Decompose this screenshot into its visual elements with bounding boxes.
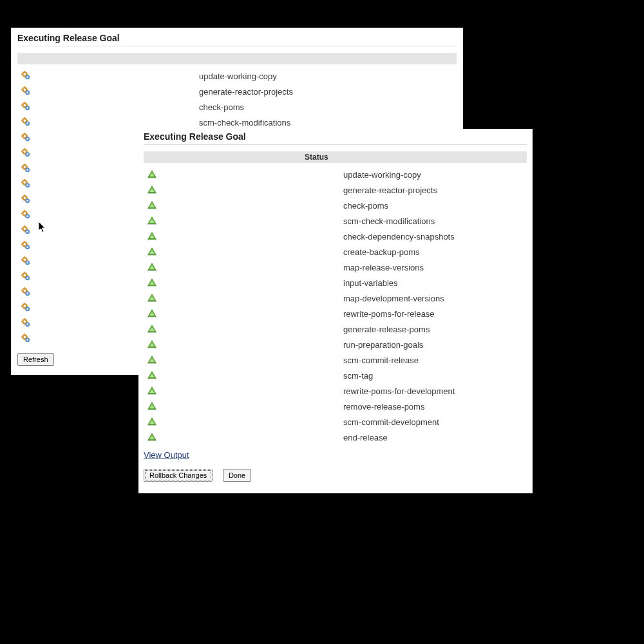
success-icon: [147, 325, 156, 332]
gear-icon: [21, 71, 30, 80]
svg-rect-98: [24, 261, 25, 263]
refresh-button[interactable]: Refresh: [17, 353, 54, 366]
table-row: update-working-copy: [17, 68, 457, 84]
phase-name: check-poms: [199, 102, 244, 112]
svg-rect-68: [26, 197, 28, 198]
success-icon: [147, 185, 156, 193]
svg-rect-122: [24, 307, 25, 309]
success-icon: [147, 216, 156, 224]
phase-name: map-release-versions: [343, 263, 424, 272]
svg-rect-1: [24, 71, 25, 73]
svg-rect-123: [21, 305, 23, 307]
table-row: scm-tag: [144, 368, 527, 383]
phase-name: rewrite-poms-for-development: [343, 386, 455, 396]
gear-icon: [21, 241, 30, 250]
svg-point-61: [24, 181, 26, 184]
done-button[interactable]: Done: [223, 469, 251, 482]
svg-point-109: [24, 274, 26, 276]
svg-rect-49: [24, 164, 25, 166]
svg-point-143: [26, 339, 28, 341]
svg-point-79: [26, 215, 28, 217]
svg-rect-81: [24, 225, 25, 227]
svg-rect-3: [21, 73, 23, 75]
svg-point-141: [24, 336, 26, 338]
svg-rect-59: [21, 182, 23, 183]
svg-rect-92: [26, 243, 28, 245]
success-icon: [147, 263, 156, 270]
svg-rect-129: [24, 318, 25, 320]
phase-name: generate-release-poms: [343, 325, 430, 334]
phase-name: end-release: [343, 433, 388, 442]
svg-rect-90: [24, 245, 25, 247]
phase-name: scm-commit-development: [343, 417, 439, 427]
svg-point-63: [26, 184, 28, 186]
svg-rect-60: [26, 182, 28, 183]
svg-point-13: [24, 88, 26, 91]
phase-name: generate-reactor-projects: [199, 87, 293, 97]
svg-point-77: [24, 212, 26, 214]
phase-name: map-development-versions: [343, 294, 444, 303]
success-icon: [147, 294, 156, 301]
table-row: create-backup-poms: [144, 244, 527, 260]
table-row: run-preparation-goals: [144, 337, 527, 352]
svg-rect-113: [24, 287, 25, 289]
svg-point-15: [26, 91, 28, 93]
table-row: map-development-versions: [144, 290, 527, 306]
svg-point-45: [24, 150, 26, 153]
table-row: scm-commit-development: [144, 414, 527, 430]
table-header: [17, 53, 457, 64]
svg-rect-41: [24, 148, 25, 150]
svg-point-5: [24, 73, 26, 75]
svg-point-37: [24, 135, 26, 137]
svg-rect-137: [24, 334, 25, 336]
svg-rect-19: [21, 104, 23, 106]
gear-icon: [21, 117, 30, 126]
svg-rect-140: [26, 336, 28, 337]
svg-point-23: [26, 107, 28, 109]
svg-rect-66: [24, 199, 25, 201]
gear-icon: [21, 148, 30, 157]
svg-point-95: [26, 246, 28, 248]
table-row: generate-reactor-projects: [144, 182, 527, 198]
svg-rect-36: [26, 135, 28, 137]
svg-rect-97: [24, 256, 25, 258]
svg-rect-43: [21, 151, 23, 152]
success-icon: [147, 402, 156, 410]
success-icon: [147, 309, 156, 317]
svg-rect-130: [24, 323, 25, 325]
svg-rect-2: [24, 75, 25, 77]
svg-point-69: [24, 196, 26, 199]
phase-name: update-working-copy: [199, 71, 277, 81]
svg-rect-67: [21, 197, 23, 198]
svg-rect-116: [26, 290, 28, 291]
svg-point-117: [24, 289, 26, 292]
success-icon: [147, 201, 156, 209]
svg-point-85: [24, 227, 26, 230]
svg-point-135: [26, 323, 28, 325]
phase-name: check-dependency-snapshots: [343, 232, 455, 242]
divider: [17, 46, 457, 46]
svg-rect-10: [24, 91, 25, 93]
svg-point-31: [26, 122, 28, 124]
svg-rect-89: [24, 241, 25, 243]
svg-point-103: [26, 261, 28, 263]
svg-rect-58: [24, 184, 25, 185]
svg-rect-108: [26, 274, 28, 276]
phase-name: run-preparation-goals: [343, 340, 423, 350]
svg-rect-131: [21, 321, 23, 322]
svg-rect-52: [26, 166, 28, 167]
svg-rect-107: [21, 274, 23, 276]
success-icon: [147, 386, 156, 394]
phase-name: scm-tag: [343, 371, 373, 381]
gear-icon: [21, 256, 30, 265]
svg-rect-73: [24, 210, 25, 212]
svg-rect-11: [21, 89, 23, 90]
view-output-link[interactable]: View Output: [144, 450, 189, 460]
svg-rect-138: [24, 338, 25, 340]
table-row: check-dependency-snapshots: [144, 229, 527, 244]
svg-rect-91: [21, 243, 23, 245]
svg-point-111: [26, 277, 28, 279]
rollback-button[interactable]: Rollback Changes: [144, 469, 213, 482]
gear-icon: [21, 318, 30, 327]
table-row: map-release-versions: [144, 260, 527, 275]
